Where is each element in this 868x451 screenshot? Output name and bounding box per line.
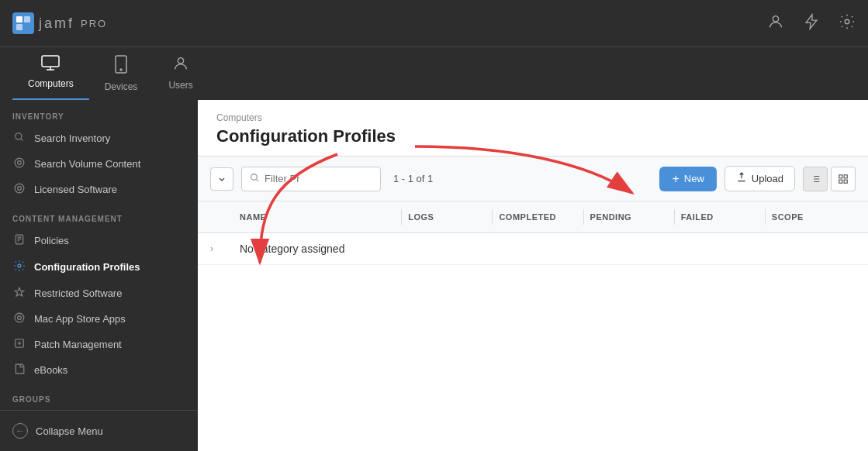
svg-rect-0 <box>16 16 22 22</box>
person-icon[interactable] <box>767 13 784 34</box>
th-failed: FAILED <box>675 212 765 222</box>
svg-rect-23 <box>844 180 847 183</box>
tab-devices[interactable]: Devices <box>89 47 154 100</box>
tab-users-label: Users <box>168 80 192 91</box>
sidebar-item-search-inventory[interactable]: Search Inventory <box>0 126 198 151</box>
page-title: Configuration Profiles <box>216 126 849 146</box>
th-scope: SCOPE <box>766 212 856 222</box>
upload-icon <box>736 172 747 185</box>
restricted-icon <box>12 287 26 300</box>
sidebar-bottom: ← Collapse Menu <box>0 410 198 445</box>
svg-point-13 <box>18 187 22 191</box>
svg-rect-2 <box>16 24 22 30</box>
table-row[interactable]: › No category assigned <box>198 233 868 265</box>
sidebar-item-config-label: Configuration Profiles <box>34 261 140 273</box>
sidebar-item-licensed-label: Licensed Software <box>34 184 117 195</box>
content-toolbar: 1 - 1 of 1 + New Upload <box>198 157 868 201</box>
svg-point-7 <box>120 69 122 71</box>
upload-button[interactable]: Upload <box>724 166 795 191</box>
sidebar-item-restricted-software[interactable]: Restricted Software <box>0 281 198 306</box>
svg-point-12 <box>15 184 24 193</box>
sidebar-item-search-inventory-label: Search Inventory <box>34 133 110 144</box>
svg-point-19 <box>251 174 258 180</box>
sidebar-item-mac-app-store[interactable]: Mac App Store Apps <box>0 306 198 332</box>
filter-chevron[interactable] <box>210 167 233 191</box>
svg-point-11 <box>18 161 22 165</box>
devices-icon <box>114 55 128 78</box>
patch-icon <box>12 338 26 351</box>
svg-rect-1 <box>24 16 30 22</box>
volume-icon <box>12 157 26 170</box>
collapse-label: Collapse Menu <box>36 425 103 437</box>
svg-point-9 <box>16 133 22 139</box>
th-name: NAME <box>233 212 401 222</box>
lightning-icon[interactable] <box>803 13 820 34</box>
svg-point-16 <box>15 313 24 322</box>
sidebar-item-licensed-software[interactable]: Licensed Software <box>0 177 198 202</box>
sidebar-item-ebooks-label: eBooks <box>34 364 67 376</box>
filter-input[interactable] <box>265 173 342 184</box>
search-icon <box>12 132 26 145</box>
logo-icon <box>12 12 34 34</box>
list-view-btn[interactable] <box>803 167 828 191</box>
new-button[interactable]: + New <box>659 167 716 191</box>
sidebar: INVENTORY Search Inventory Search Volume… <box>0 100 198 451</box>
row-expand[interactable]: › <box>210 243 233 254</box>
sidebar-item-search-volume-label: Search Volume Content <box>34 158 140 170</box>
expand-icon: › <box>210 243 213 254</box>
sidebar-item-mac-app-label: Mac App Store Apps <box>34 313 126 325</box>
sidebar-item-search-volume[interactable]: Search Volume Content <box>0 151 198 177</box>
svg-point-15 <box>18 264 21 267</box>
inventory-section-label: INVENTORY <box>0 100 198 126</box>
content-header: Computers Configuration Profiles <box>198 100 868 157</box>
plus-icon: + <box>672 172 679 186</box>
svg-rect-22 <box>839 180 842 183</box>
svg-point-10 <box>15 158 24 167</box>
new-button-label: New <box>684 173 704 184</box>
svg-rect-21 <box>844 174 847 177</box>
config-profiles-icon <box>12 260 26 274</box>
tab-users[interactable]: Users <box>153 47 208 100</box>
view-toggle <box>803 167 856 191</box>
sidebar-item-ebooks[interactable]: eBooks <box>0 357 198 383</box>
content-area: Computers Configuration Profiles 1 - 1 o… <box>198 100 868 451</box>
th-completed: COMPLETED <box>493 212 583 222</box>
topbar: jamf PRO <box>0 0 868 46</box>
groups-label: GROUPS <box>0 383 198 408</box>
tab-computers[interactable]: Computers <box>12 47 89 100</box>
th-logs: LOGS <box>402 212 492 222</box>
nav-tabs: Computers Devices Users <box>0 46 868 100</box>
sidebar-item-config-profiles[interactable]: Configuration Profiles <box>0 253 198 281</box>
svg-point-4 <box>845 19 849 24</box>
computers-icon <box>41 55 60 75</box>
upload-button-label: Upload <box>752 173 783 184</box>
sidebar-item-policies-label: Policies <box>34 235 69 246</box>
tab-computers-label: Computers <box>28 78 74 89</box>
sidebar-item-patch-management[interactable]: Patch Management <box>0 332 198 357</box>
users-icon <box>172 55 189 77</box>
tab-devices-label: Devices <box>105 81 138 92</box>
svg-rect-5 <box>42 56 59 67</box>
app-store-icon <box>12 312 26 325</box>
gear-icon[interactable] <box>839 13 856 34</box>
collapse-menu[interactable]: ← Collapse Menu <box>0 417 198 445</box>
record-count: 1 - 1 of 1 <box>393 173 433 184</box>
content-mgmt-label: CONTENT MANAGEMENT <box>0 202 198 228</box>
filter-search-icon <box>250 172 260 186</box>
svg-point-3 <box>773 15 778 21</box>
grid-view-btn[interactable] <box>831 167 856 191</box>
sidebar-item-restricted-label: Restricted Software <box>34 287 122 299</box>
brand-sub: PRO <box>81 18 107 29</box>
licensed-icon <box>12 183 26 196</box>
policies-icon <box>12 234 26 247</box>
svg-rect-20 <box>839 174 842 177</box>
sidebar-item-patch-label: Patch Management <box>34 339 122 350</box>
svg-point-17 <box>18 316 22 320</box>
filter-input-container <box>241 167 381 191</box>
breadcrumb: Computers <box>216 112 849 123</box>
row-cell-name: No category assigned <box>233 243 403 255</box>
brand-name: jamf <box>39 15 74 32</box>
svg-point-8 <box>178 58 183 64</box>
sidebar-item-policies[interactable]: Policies <box>0 228 198 253</box>
table-header: NAME LOGS COMPLETED PENDING FAILED SCOPE <box>198 201 868 233</box>
